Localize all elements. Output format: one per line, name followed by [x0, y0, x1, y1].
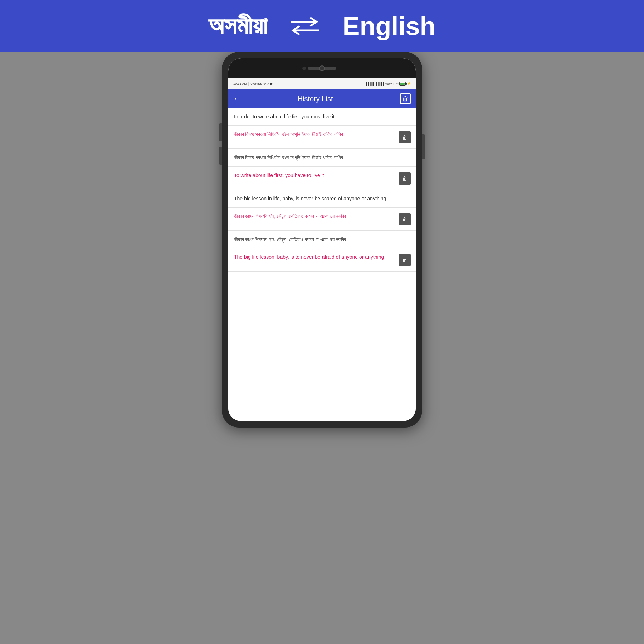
swap-icon[interactable]: [289, 15, 321, 37]
trash-icon: 🗑: [402, 135, 407, 140]
status-time: 10:11 AM: [233, 82, 247, 86]
battery-fill: [400, 83, 405, 85]
phone-device: 10:11 AM | 0.0KB/s ⊙ ▷ ▶ ▐▐▐▐ ▐▐▐▐ VoWiF…: [222, 52, 422, 428]
list-item: জীৱনৰ বিষয়ে প্ৰথমে লিখিবলৈ হ'লে আপুনি ই…: [228, 126, 416, 149]
source-text: The big lesson in life, baby, is never b…: [234, 195, 411, 202]
list-item: In order to write about life first you m…: [228, 108, 416, 126]
delete-button[interactable]: 🗑: [399, 254, 411, 266]
delete-button[interactable]: 🗑: [399, 172, 411, 185]
top-header: অসমীয়া English: [0, 0, 644, 52]
list-item: জীৱনৰ ডাঙৰ শিক্ষাটো হ'ল, কেঁচুৰা, কেতিয়…: [228, 231, 416, 248]
source-text: জীৱনৰ বিষয়ে প্ৰথমে লিখিবলৈ হ'লে আপুনি ই…: [234, 154, 411, 161]
list-item: জীৱনৰ বিষয়ে প্ৰথমে লিখিবলৈ হ'লে আপুনি ই…: [228, 149, 416, 166]
front-camera: [319, 65, 325, 71]
trash-icon: 🗑: [402, 176, 407, 181]
status-data: |: [248, 82, 249, 86]
wifi-signal: ⌔: [396, 82, 398, 86]
battery-icon: [399, 82, 406, 86]
translated-text: The big life lesson, baby, is to never b…: [234, 253, 395, 260]
english-label: English: [342, 11, 435, 41]
status-left: 10:11 AM | 0.0KB/s ⊙ ▷ ▶: [233, 82, 273, 86]
vol-down-button[interactable]: [219, 147, 222, 165]
list-item: The big life lesson, baby, is to never b…: [228, 248, 416, 272]
power-button[interactable]: [422, 134, 425, 159]
status-right: ▐▐▐▐ ▐▐▐▐ VoWiFi ⌔ ⚡: [365, 82, 411, 86]
translated-text: জীৱনৰ বিষয়ে প্ৰথমে লিখিবলৈ হ'লে আপুনি ই…: [234, 131, 395, 138]
status-icons: ⊙ ▷ ▶: [263, 82, 273, 86]
app-bar-title: History List: [247, 95, 384, 103]
status-speed: 0.0KB/s: [250, 82, 262, 86]
back-button[interactable]: ←: [233, 94, 241, 103]
trash-icon: 🗑: [402, 257, 407, 263]
translated-text: To write about life first, you have to l…: [234, 172, 395, 179]
list-item: জীৱনৰ ডাঙৰ শিক্ষাটো হ'ল, কেঁচুৰা, কেতিয়…: [228, 208, 416, 231]
delete-all-icon: 🗑: [402, 95, 409, 103]
phone-screen: 10:11 AM | 0.0KB/s ⊙ ▷ ▶ ▐▐▐▐ ▐▐▐▐ VoWiF…: [228, 58, 416, 421]
vol-up-button[interactable]: [219, 123, 222, 141]
assamese-label: অসমীয়া: [208, 11, 267, 40]
source-text: In order to write about life first you m…: [234, 113, 411, 120]
source-text: জীৱনৰ ডাঙৰ শিক্ষাটো হ'ল, কেঁচুৰা, কেতিয়…: [234, 236, 411, 243]
signal-bars: ▐▐▐▐: [365, 82, 374, 86]
app-bar: ← History List 🗑: [228, 89, 416, 108]
wifi-icon: VoWiFi: [385, 82, 395, 86]
delete-all-button[interactable]: 🗑: [400, 93, 411, 104]
delete-button[interactable]: 🗑: [399, 131, 411, 143]
phone-bezel: [228, 58, 416, 78]
proximity-sensor: [302, 67, 306, 70]
history-list: In order to write about life first you m…: [228, 108, 416, 421]
translated-text: জীৱনৰ ডাঙৰ শিক্ষাটো হ'ল, কেঁচুৰা, কেতিয়…: [234, 213, 395, 220]
charging-icon: ⚡: [407, 82, 411, 86]
list-item: To write about life first, you have to l…: [228, 167, 416, 190]
delete-button[interactable]: 🗑: [399, 213, 411, 225]
list-item: The big lesson in life, baby, is never b…: [228, 190, 416, 208]
trash-icon: 🗑: [402, 216, 407, 222]
signal-bars2: ▐▐▐▐: [375, 82, 384, 86]
status-bar: 10:11 AM | 0.0KB/s ⊙ ▷ ▶ ▐▐▐▐ ▐▐▐▐ VoWiF…: [228, 78, 416, 89]
